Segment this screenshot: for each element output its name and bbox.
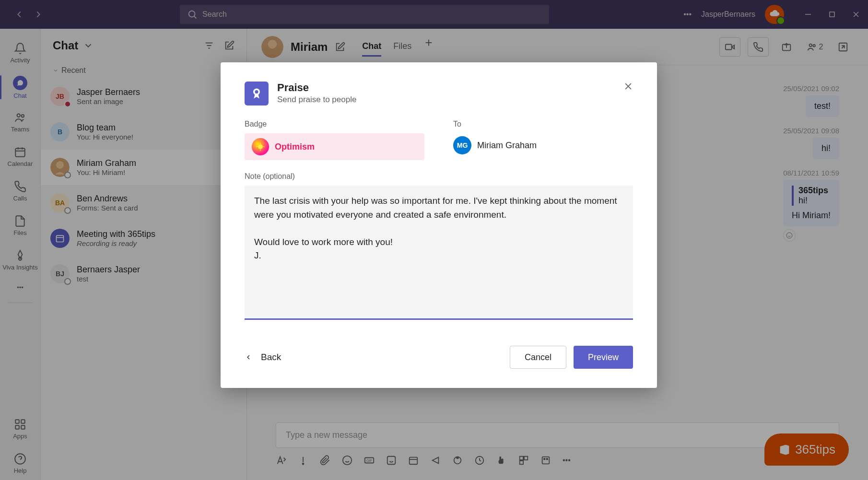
modal-title: Praise	[277, 82, 356, 94]
back-button[interactable]: Back	[245, 352, 281, 363]
recipient-avatar: MG	[453, 136, 471, 154]
close-button[interactable]	[623, 82, 633, 94]
badge-name: Optimism	[275, 142, 315, 152]
modal-subtitle: Send praise to people	[277, 95, 356, 105]
badge-selector[interactable]: Optimism	[245, 133, 424, 160]
badge-field-label: Badge	[245, 120, 424, 129]
back-label: Back	[261, 352, 281, 363]
cancel-button[interactable]: Cancel	[510, 346, 566, 369]
close-icon	[623, 82, 633, 91]
svg-point-51	[258, 144, 263, 149]
svg-point-48	[255, 90, 258, 94]
recipient-name: Miriam Graham	[477, 140, 537, 151]
optimism-badge-icon	[252, 138, 269, 155]
note-textarea[interactable]: The last crisis with your help was so im…	[245, 186, 633, 320]
praise-modal: Praise Send praise to people Badge Optim…	[221, 62, 657, 388]
chevron-left-icon	[245, 353, 252, 361]
praise-app-icon	[245, 82, 269, 105]
preview-button[interactable]: Preview	[574, 346, 633, 369]
to-field-label: To	[453, 120, 633, 129]
to-recipient[interactable]: MG Miriam Graham	[453, 133, 633, 157]
note-field-label: Note (optional)	[245, 172, 633, 181]
